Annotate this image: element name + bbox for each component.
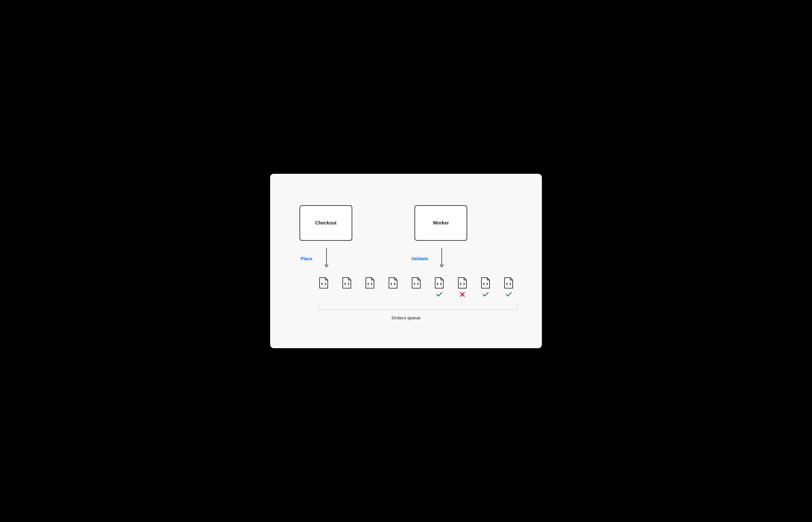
status-pass (506, 292, 512, 298)
status-pass (483, 292, 489, 298)
worker-node: Worker (414, 205, 467, 241)
cross-icon (460, 292, 465, 297)
code-file-icon (504, 277, 513, 289)
code-file-icon (365, 277, 375, 289)
queue-item (411, 277, 421, 298)
queue-item (458, 277, 467, 298)
queue-item (319, 277, 328, 298)
status-none (390, 292, 396, 298)
code-file-icon (411, 277, 421, 289)
status-fail (459, 292, 465, 298)
queue-item (365, 277, 375, 298)
code-file-icon (458, 277, 467, 289)
validate-action-label: Validate (411, 256, 428, 261)
code-file-icon (342, 277, 352, 289)
status-none (344, 292, 350, 298)
queue-item (504, 277, 513, 298)
check-icon (506, 292, 512, 297)
status-none (321, 292, 327, 298)
queue-bracket (318, 304, 517, 310)
queue-item (388, 277, 398, 298)
diagram-canvas: Checkout Worker Place Validate (270, 174, 542, 348)
code-file-icon (434, 277, 444, 289)
worker-node-label: Worker (433, 220, 449, 226)
code-file-icon (481, 277, 490, 289)
place-action-label: Place (301, 256, 312, 261)
place-arrow (324, 248, 328, 269)
queue-item (481, 277, 490, 298)
status-pass (436, 292, 442, 298)
checkout-node-label: Checkout (316, 220, 337, 226)
code-file-icon (319, 277, 328, 289)
check-icon (483, 292, 489, 297)
status-none (367, 292, 373, 298)
queue-item (342, 277, 352, 298)
queue-item (434, 277, 444, 298)
check-icon (436, 292, 442, 297)
checkout-node: Checkout (300, 205, 352, 241)
status-none (413, 292, 419, 298)
validate-arrow (440, 248, 444, 269)
code-file-icon (388, 277, 398, 289)
orders-queue (319, 277, 513, 298)
queue-label: Orders queue (270, 315, 542, 321)
